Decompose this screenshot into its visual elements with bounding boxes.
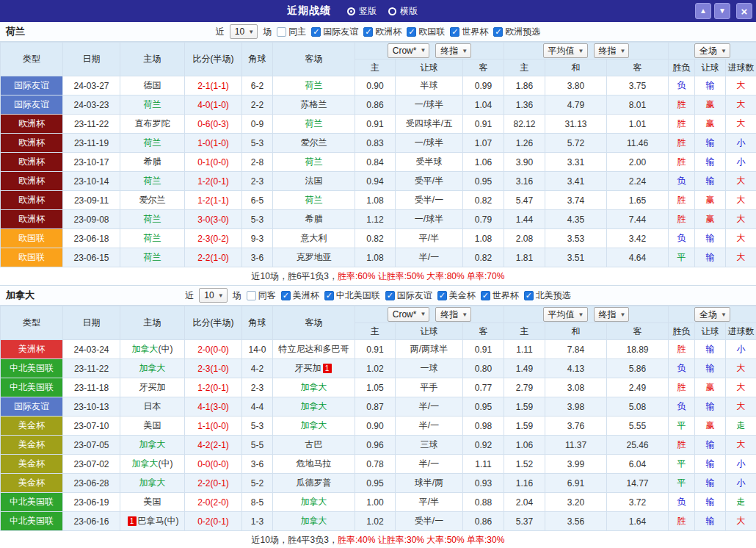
avg-draw: 4.35: [545, 210, 607, 229]
corner-score: 5-5: [242, 436, 273, 455]
result-wdl: 负: [669, 493, 695, 512]
league-type-badge: 中北美国联: [1, 378, 63, 397]
home-team: 荷兰: [120, 248, 185, 267]
result-wdl: 平: [669, 417, 695, 436]
odds-final-select[interactable]: 终指▼: [435, 43, 471, 58]
column-header: 角球: [242, 306, 273, 340]
result-wdl: 胜: [669, 210, 695, 229]
match-count-select[interactable]: 10▼: [230, 24, 258, 39]
team-name-text: 直布罗陀: [135, 118, 170, 129]
result-wdl: 胜: [669, 115, 695, 134]
bookmaker-select[interactable]: Crow*▼: [388, 307, 430, 322]
league-filter-checkbox[interactable]: 欧国联: [407, 26, 445, 38]
same-venue-checkbox[interactable]: 同主: [277, 26, 306, 38]
league-filter-checkbox[interactable]: 世界杯: [450, 26, 488, 38]
team-name-text: 美国: [144, 420, 161, 430]
result-goals: 大: [726, 95, 756, 115]
league-type-badge: 欧国联: [1, 248, 63, 267]
handicap: 三球: [396, 436, 463, 455]
handicap: 一/球半: [396, 95, 463, 115]
league-filter-checkbox[interactable]: 欧洲杯: [363, 26, 401, 38]
average-select[interactable]: 平均值▼: [543, 307, 588, 322]
avg-home: 5.37: [504, 512, 545, 531]
league-filter-checkbox[interactable]: 中北美国联: [324, 289, 380, 302]
avg-away: 3.75: [607, 76, 669, 95]
bookmaker-select[interactable]: Crow*▼: [388, 43, 430, 58]
home-odds: 1.02: [355, 359, 396, 378]
column-header: 主场: [120, 43, 185, 76]
result-wdl: 负: [669, 229, 695, 248]
away-team: 瓜德罗普: [273, 474, 355, 493]
team-section: 荷兰近10▼场同主国际友谊欧洲杯欧国联世界杯欧洲预选类型日期主场比分(半场)角球…: [0, 22, 756, 286]
result-handicap: 输: [695, 493, 726, 512]
league-filter-checkbox[interactable]: 美洲杯: [281, 289, 319, 302]
scope-select[interactable]: 全场▼: [694, 307, 730, 322]
scroll-down-button[interactable]: ▼: [714, 3, 730, 19]
match-row: 欧洲杯23-09-11爱尔兰1-2(1-1)6-5荷兰1.08受半/一0.825…: [1, 191, 756, 210]
league-filter-checkbox[interactable]: 世界杯: [481, 289, 519, 302]
average-select[interactable]: 平均值▼: [543, 43, 588, 58]
odds-final-select[interactable]: 终指▼: [435, 307, 471, 322]
team-name-text: 加拿大: [301, 497, 327, 507]
league-filter-checkbox[interactable]: 国际友谊: [311, 26, 358, 38]
avg-home: 1.16: [504, 474, 545, 493]
summary-segment: 让胜率:50%: [375, 270, 424, 283]
league-filter-checkbox[interactable]: 国际友谊: [385, 289, 432, 302]
team-name-text: 荷兰: [144, 214, 161, 224]
team-name-text: 荷兰: [144, 99, 161, 109]
away-team: 牙买加1: [273, 359, 355, 378]
radio-horizontal-layout[interactable]: 横版: [388, 5, 418, 18]
match-score: 2-3(1-0): [185, 359, 242, 378]
handicap: 受平/半: [396, 172, 463, 191]
team-name-text: 加拿大: [301, 401, 327, 411]
handicap: 一/球半: [396, 210, 463, 229]
avg-final-select[interactable]: 终指▼: [594, 43, 630, 58]
avg-final-select[interactable]: 终指▼: [594, 307, 630, 322]
corner-score: 2-3: [242, 172, 273, 191]
team-name: 荷兰: [6, 25, 25, 38]
match-score: 3-0(3-0): [185, 210, 242, 229]
home-odds: 0.78: [355, 455, 396, 474]
home-odds: 0.96: [355, 436, 396, 455]
away-odds: 0.79: [463, 210, 504, 229]
avg-away: 1.01: [607, 115, 669, 134]
home-team: 加拿大: [120, 359, 185, 378]
scope-select[interactable]: 全场▼: [694, 43, 730, 58]
league-filter-checkbox[interactable]: 美金杯: [437, 289, 476, 302]
sub-column-header: 让球: [695, 60, 726, 76]
sub-column-header: 主: [355, 323, 396, 340]
corner-score: 5-3: [242, 210, 273, 229]
away-team: 爱尔兰: [273, 134, 355, 153]
home-team: 美国: [120, 493, 185, 512]
result-goals: 小: [726, 153, 756, 172]
away-odds: 1.06: [463, 153, 504, 172]
result-wdl: 胜: [669, 378, 695, 397]
away-odds: 0.80: [463, 359, 504, 378]
chevron-down-icon: ▼: [462, 311, 468, 318]
home-team: 爱尔兰: [120, 191, 185, 210]
corner-score: 4-4: [242, 397, 273, 417]
result-handicap: 输: [695, 474, 726, 493]
red-card-badge: 1: [323, 364, 332, 373]
near-label: 近: [185, 289, 194, 302]
close-button[interactable]: ×: [736, 3, 752, 19]
same-venue-checkbox[interactable]: 同客: [247, 289, 276, 302]
handicap: 半/一: [396, 397, 463, 417]
result-handicap: 输: [695, 455, 726, 474]
league-type-badge: 美金杯: [1, 436, 63, 455]
result-wdl: 胜: [669, 340, 695, 359]
handicap: 一/球半: [396, 134, 463, 153]
corner-score: 8-5: [242, 493, 273, 512]
league-filter-checkbox[interactable]: 北美预选: [524, 289, 571, 302]
match-count-select[interactable]: 10▼: [199, 288, 227, 303]
avg-home: 1.11: [504, 340, 545, 359]
scroll-up-button[interactable]: ▲: [695, 3, 711, 19]
radio-vertical-layout[interactable]: 竖版: [347, 5, 377, 18]
result-goals: 大: [726, 229, 756, 248]
league-filter-checkbox[interactable]: 欧洲预选: [493, 26, 540, 38]
result-wdl: 平: [669, 455, 695, 474]
match-row: 欧洲杯23-09-08荷兰3-0(3-0)5-3希腊1.12一/球半0.791.…: [1, 210, 756, 229]
home-odds: 0.82: [355, 229, 396, 248]
team-name-text: (中): [159, 344, 173, 354]
match-date: 23-09-08: [63, 210, 120, 229]
